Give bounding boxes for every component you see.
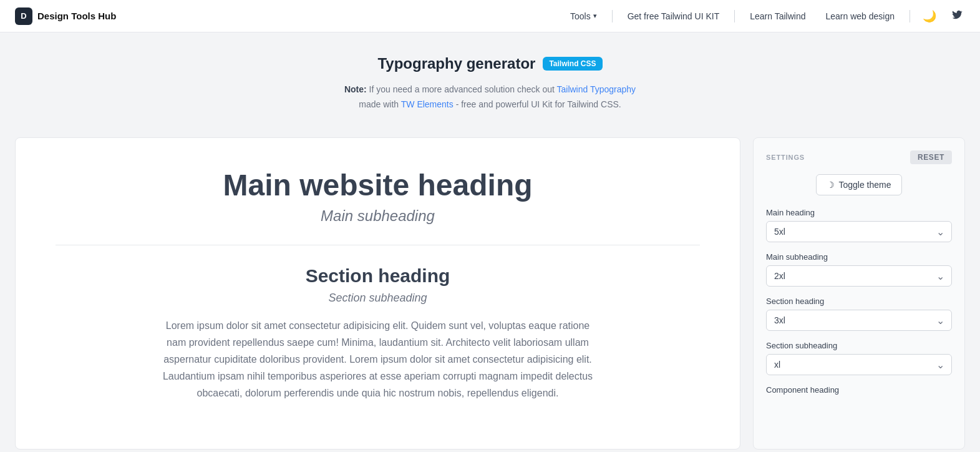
component-heading-label: Component heading xyxy=(766,385,952,395)
main-heading-select[interactable]: 5xl xssmbaselg xl2xl3xl4xl 6xl7xl8xl9xl xyxy=(766,221,952,242)
section-heading-select[interactable]: 3xl xssmbaselg xl2xl4xl5xl xyxy=(766,310,952,331)
settings-header: SETTINGS RESET xyxy=(766,150,952,164)
tailwind-typography-link[interactable]: Tailwind Typography xyxy=(557,84,636,94)
preview-divider xyxy=(56,245,700,245)
preview-section-heading: Section heading xyxy=(56,265,700,287)
tailwind-css-badge[interactable]: Tailwind CSS xyxy=(543,57,602,71)
main-layout: Main website heading Main subheading Sec… xyxy=(0,127,980,452)
reset-button[interactable]: RESET xyxy=(910,150,952,164)
nav-tools[interactable]: Tools ▾ xyxy=(565,9,602,24)
preview-body-text: Lorem ipsum dolor sit amet consectetur a… xyxy=(160,317,596,402)
hero-note: Note: If you need a more advanced soluti… xyxy=(10,82,970,112)
nav-tailwind-kit[interactable]: Get free Tailwind UI KIT xyxy=(623,9,725,24)
moon-icon: ☽ xyxy=(827,180,835,190)
section-subheading-select-wrapper: xl xssmbaselg 2xl3xl xyxy=(766,354,952,375)
preview-section-subheading: Section subheading xyxy=(56,292,700,305)
hero-section: Typography generator Tailwind CSS Note: … xyxy=(0,32,980,127)
nav-divider-1 xyxy=(612,10,613,22)
section-heading-label: Section heading xyxy=(766,297,952,306)
nav-learn-webdesign[interactable]: Learn web design xyxy=(820,9,900,24)
main-subheading-group: Main subheading 2xl xssmbaselg xl3xl4xl5… xyxy=(766,252,952,287)
nav-divider-2 xyxy=(734,10,735,22)
toggle-theme-label: Toggle theme xyxy=(838,180,891,190)
toggle-theme-button[interactable]: ☽ Toggle theme xyxy=(816,174,901,195)
nav-divider-3 xyxy=(910,10,910,22)
note-label: Note: xyxy=(344,84,367,94)
page-title: Typography generator Tailwind CSS xyxy=(10,55,970,72)
main-subheading-select-wrapper: 2xl xssmbaselg xl3xl4xl5xl xyxy=(766,265,952,287)
settings-title: SETTINGS xyxy=(766,154,805,161)
section-subheading-select[interactable]: xl xssmbaselg 2xl3xl xyxy=(766,354,952,375)
twitter-icon[interactable] xyxy=(949,6,965,26)
preview-panel: Main website heading Main subheading Sec… xyxy=(15,137,740,450)
preview-main-subheading: Main subheading xyxy=(56,207,700,225)
section-heading-group: Section heading 3xl xssmbaselg xl2xl4xl5… xyxy=(766,297,952,331)
settings-panel: SETTINGS RESET ☽ Toggle theme Main headi… xyxy=(753,137,965,450)
preview-main-heading: Main website heading xyxy=(56,168,700,202)
section-subheading-group: Section subheading xl xssmbaselg 2xl3xl xyxy=(766,341,952,375)
main-subheading-label: Main subheading xyxy=(766,252,952,262)
dark-mode-toggle[interactable]: 🌙 xyxy=(920,7,939,26)
chevron-down-icon: ▾ xyxy=(593,12,597,20)
main-heading-label: Main heading xyxy=(766,208,952,217)
main-heading-select-wrapper: 5xl xssmbaselg xl2xl3xl4xl 6xl7xl8xl9xl xyxy=(766,221,952,242)
nav-learn-tailwind[interactable]: Learn Tailwind xyxy=(745,9,810,24)
tw-elements-link[interactable]: TW Elements xyxy=(401,99,454,109)
site-logo[interactable]: D Design Tools Hub xyxy=(15,7,116,25)
main-subheading-select[interactable]: 2xl xssmbaselg xl3xl4xl5xl xyxy=(766,265,952,287)
section-subheading-label: Section subheading xyxy=(766,341,952,350)
site-title: Design Tools Hub xyxy=(37,11,116,21)
navbar: D Design Tools Hub Tools ▾ Get free Tail… xyxy=(0,0,980,32)
main-heading-group: Main heading 5xl xssmbaselg xl2xl3xl4xl … xyxy=(766,208,952,242)
component-heading-group: Component heading xyxy=(766,385,952,395)
logo-icon: D xyxy=(15,7,32,25)
section-heading-select-wrapper: 3xl xssmbaselg xl2xl4xl5xl xyxy=(766,310,952,331)
